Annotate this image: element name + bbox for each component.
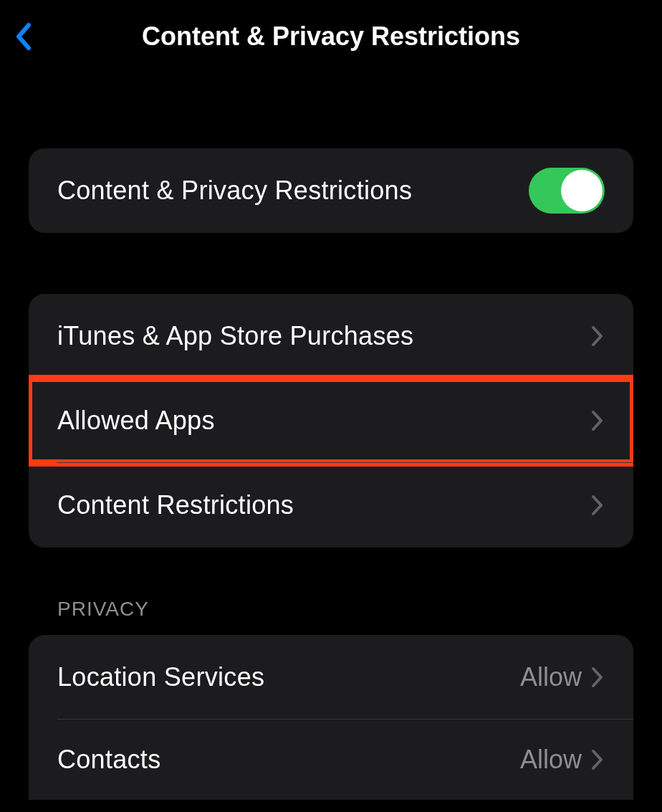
allowed-apps-row[interactable]: Allowed Apps — [29, 378, 633, 463]
toggle-label: Content & Privacy Restrictions — [57, 176, 412, 206]
page-title: Content & Privacy Restrictions — [14, 22, 648, 52]
row-label: Content Restrictions — [57, 490, 294, 520]
toggle-knob — [561, 170, 603, 211]
row-label: Location Services — [57, 662, 264, 692]
content-restrictions-row[interactable]: Content Restrictions — [29, 463, 633, 548]
row-label: Contacts — [57, 745, 160, 775]
chevron-right-icon — [590, 410, 605, 431]
row-value: Allow — [520, 662, 582, 692]
row-label: iTunes & App Store Purchases — [57, 321, 413, 351]
back-button[interactable] — [14, 22, 32, 51]
privacy-section-header: PRIVACY — [29, 598, 633, 635]
location-services-row[interactable]: Location Services Allow — [29, 635, 633, 720]
chevron-right-icon — [590, 667, 605, 688]
privacy-group: Location Services Allow Contacts Allow — [29, 635, 633, 800]
contacts-row[interactable]: Contacts Allow — [29, 720, 633, 800]
restrictions-group: iTunes & App Store Purchases Allowed App… — [29, 294, 633, 548]
chevron-right-icon — [590, 749, 605, 770]
nav-header: Content & Privacy Restrictions — [0, 0, 662, 66]
chevron-right-icon — [590, 325, 605, 347]
chevron-right-icon — [590, 495, 605, 516]
itunes-app-store-row[interactable]: iTunes & App Store Purchases — [29, 294, 633, 378]
content-privacy-toggle[interactable] — [529, 168, 605, 214]
toggle-group: Content & Privacy Restrictions — [29, 148, 633, 233]
content-privacy-toggle-row: Content & Privacy Restrictions — [29, 148, 633, 233]
row-label: Allowed Apps — [57, 406, 215, 436]
row-value: Allow — [520, 745, 582, 775]
chevron-left-icon — [14, 22, 32, 51]
